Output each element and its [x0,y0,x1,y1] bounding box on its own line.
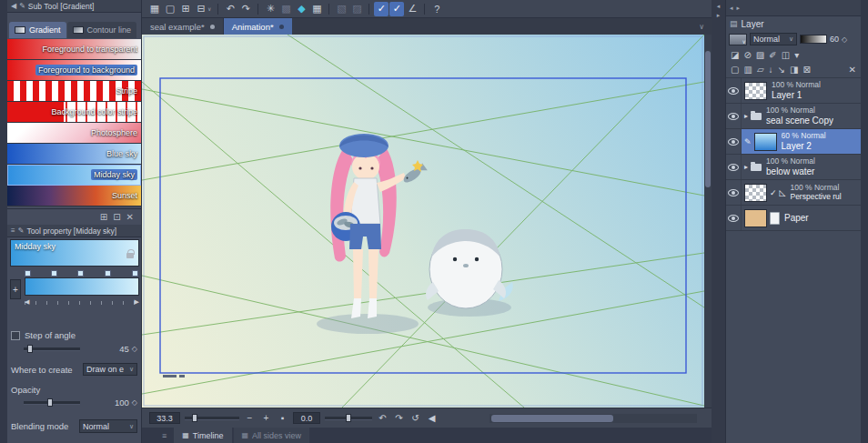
vertical-scrollbar[interactable] [704,35,712,408]
layer-row-layer-1[interactable]: 100 % Normal Layer 1 [726,78,861,104]
pattern-tool-icon[interactable]: ▨ [349,2,364,16]
add-gradient-node-button[interactable]: + [10,279,21,299]
collapse-panel-icon[interactable]: ◀ [11,2,16,10]
layer-opacity-bar[interactable] [800,35,827,44]
visibility-cell[interactable] [726,78,742,103]
layer-row-layer-2-selected[interactable]: ✎ 60 % Normal Layer 2 [726,129,861,155]
gradient-item-stripe[interactable]: Stripe [7,81,141,102]
delete-subtool-icon[interactable]: ✕ [126,212,134,222]
gradient-nodes[interactable] [25,270,139,277]
tab-all-sides-view[interactable]: ▦ All sides view [234,428,310,443]
collapse-bar-icon[interactable]: ◀ [426,413,438,423]
subtool-panel-header[interactable]: ◀ ✎ Sub Tool [Gradient] [7,0,141,13]
tab-contour-line[interactable]: Contour line [67,22,137,38]
gradient-node[interactable] [25,270,31,277]
fit-to-screen-icon[interactable]: ▪ [277,413,288,423]
step-of-angle-slider[interactable] [24,345,80,353]
new-vector-layer-icon[interactable]: ▥ [743,65,752,75]
gradient-editor-bar[interactable] [25,277,139,296]
snap-to-special-ruler-icon[interactable]: ✓ [389,2,404,16]
gradient-item-sunset[interactable]: Sunset [7,186,141,206]
opacity-slider[interactable] [24,398,80,407]
open-document-icon[interactable]: ⊞ [178,2,193,16]
tab-list-button[interactable]: ∨ [691,18,712,35]
visibility-cell[interactable] [726,155,742,179]
panel-prev-icon[interactable]: ◂ [730,5,733,12]
step-of-angle-spinner-icon[interactable]: ◇ [132,345,137,353]
snap-to-ruler-icon[interactable]: ✓ [374,2,389,16]
draft-layer-icon[interactable]: ✐ [769,50,776,60]
merge-down-icon[interactable]: ↓ [769,65,773,75]
gradient-tool-icon[interactable]: ▧ [334,2,348,16]
layer-row-paper[interactable]: Paper [726,206,861,231]
canvas-viewport[interactable] [142,35,712,408]
visibility-cell[interactable] [726,206,742,230]
rotation-value-box[interactable]: 0.0 [293,412,320,424]
print-dropdown-icon[interactable]: ∨ [207,5,211,12]
node-scroll-left-icon[interactable]: ◀ [25,298,29,306]
create-mask-icon[interactable]: ◨ [790,65,798,75]
gradient-item-midday-sky[interactable]: Midday sky [7,165,141,186]
palette-menu-icon[interactable]: ▾ [794,50,799,60]
layer-mask-icon[interactable]: ◫ [782,50,790,60]
current-gradient-preview[interactable]: Midday sky [10,239,139,267]
gradient-editor[interactable]: + ◀ ▶ [10,270,139,312]
gradient-item-photosphere[interactable]: Photosphere [7,123,141,144]
vertical-scrollbar-thumb[interactable] [705,51,711,187]
duplicate-subtool-icon[interactable]: ⊡ [113,212,120,222]
gradient-node[interactable] [77,270,84,277]
gradient-item-background-color-stripe[interactable]: Background color stripe [7,102,141,123]
visibility-cell[interactable] [726,180,742,205]
menu-launcher-icon[interactable]: ▦ [147,2,162,16]
layer-panel-header[interactable]: ▤ Layer [726,16,861,31]
layer-opacity-value[interactable]: 60 [830,35,839,44]
register-subtool-icon[interactable]: ⊞ [100,212,107,222]
rotate-cw-icon[interactable]: ↷ [393,413,405,423]
snap-to-grid-icon[interactable]: ∠ [405,2,419,16]
zoom-value-box[interactable]: 33.3 [149,412,180,424]
layer-row-below-water[interactable]: ▸ 100 % Normal below water [726,155,861,180]
layer-thumbnail[interactable] [754,133,777,151]
layer-color-dropdown[interactable]: ∨ [729,34,747,45]
doc-tab-animation[interactable]: Animation* [224,18,292,35]
tab-timeline[interactable]: ▦ Timeline [174,428,231,443]
fill-icon[interactable]: ▩ [278,2,293,16]
layer-thumbnail[interactable] [744,209,767,227]
tool-property-header[interactable]: ≡ ✎ Tool property [Midday sky] [7,225,141,237]
undo-icon[interactable]: ↶ [223,2,237,16]
blending-mode-dropdown[interactable]: Normal ∨ [79,419,137,433]
dock-expand-icon[interactable]: ▸ [717,12,721,19]
panel-menu-icon[interactable]: ≡ [11,227,15,235]
clear-icon[interactable]: ✳ [263,2,278,16]
gradient-node[interactable] [51,270,57,277]
layer-thumbnail[interactable] [744,82,767,100]
node-scroll-right-icon[interactable]: ▶ [135,298,139,306]
doc-tab-seal-example[interactable]: seal example* [142,18,224,35]
grid-icon[interactable]: ▦ [309,2,324,16]
reset-view-icon[interactable]: ↺ [409,413,421,423]
visibility-cell[interactable] [726,129,742,154]
layer-thumbnail[interactable] [744,184,767,202]
gradient-node[interactable] [105,270,111,277]
new-raster-layer-icon[interactable]: ▢ [731,65,739,75]
help-icon[interactable]: ? [429,2,444,16]
lock-transparency-icon[interactable]: ▨ [756,50,764,60]
layer-row-perspective-ruler[interactable]: ✓ ◺ 100 % Normal Perspective rul [726,180,861,206]
apply-mask-icon[interactable]: ⊠ [802,65,810,75]
layer-row-seal-scene-copy[interactable]: ▸ 100 % Normal seal scene Copy [726,104,861,129]
print-icon[interactable]: ⊟ [194,2,208,16]
step-of-angle-value[interactable]: 45 [119,344,129,354]
gradient-item-foreground-to-background[interactable]: Foreground to background [7,60,141,81]
blend-mode-dropdown[interactable]: Normal ∨ [750,33,797,45]
layer-opacity-spinner-icon[interactable]: ◇ [842,35,847,44]
lock-layer-icon[interactable]: ⊘ [743,50,751,60]
snap-check-icon[interactable]: ✓ [770,188,777,197]
horizontal-scrollbar[interactable] [490,414,697,423]
transfer-down-icon[interactable]: ↘ [778,65,785,75]
palette-menu-icon[interactable]: ≡ [162,428,167,443]
horizontal-scrollbar-thumb[interactable] [491,415,613,422]
zoom-slider[interactable] [185,414,239,422]
gradient-node[interactable] [132,270,138,277]
tab-gradient[interactable]: Gradient [9,22,66,38]
opacity-spinner-icon[interactable]: ◇ [132,398,137,407]
